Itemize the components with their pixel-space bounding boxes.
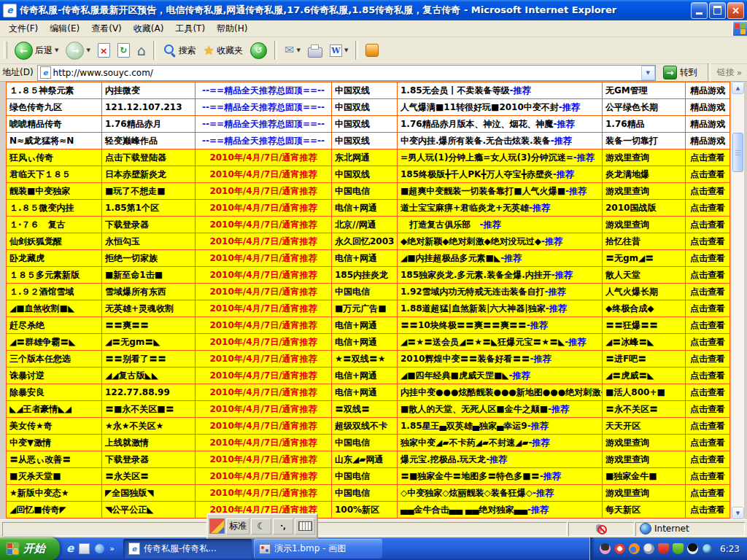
tray-security-red-icon[interactable] xyxy=(658,543,669,554)
menu-help[interactable]: 帮助(H) xyxy=(211,20,253,37)
cell-feature[interactable]: 1.92雪域内功无特戒无连击装备自打-推荐 xyxy=(398,284,603,300)
ime-fullhalf-button[interactable]: ☾ xyxy=(251,518,271,534)
cell-feature[interactable]: 185独家炎龙.多元素.装备全爆.内挂开-推荐 xyxy=(398,267,603,284)
search-button[interactable]: 搜索 xyxy=(160,42,199,58)
recommend-link[interactable]: -推荐 xyxy=(554,119,575,129)
cell-feature[interactable]: 中变内挂.爆所有装备.无合击炫装.装备-推荐 xyxy=(398,133,603,149)
cell-name[interactable]: 〓从恶ぃ改善〓 xyxy=(7,451,102,468)
close-button[interactable]: × xyxy=(727,2,744,19)
recommend-link[interactable]: -推荐 xyxy=(559,102,580,112)
cell-name[interactable]: ◢■血煞收割■◣ xyxy=(7,300,102,317)
recommend-link[interactable]: -推荐 xyxy=(545,287,566,297)
menu-view[interactable]: 查看(V) xyxy=(85,20,128,37)
scroll-down-button[interactable]: ▼ xyxy=(732,507,744,519)
cell-name[interactable]: ■灭杀天堂■ xyxy=(7,468,102,485)
print-button[interactable] xyxy=(305,42,325,59)
cell-view[interactable]: 点击查看 xyxy=(686,384,730,401)
tray-qq-icon[interactable] xyxy=(687,543,698,554)
cell-feature[interactable]: =男人玩(1)分钟上瘾=女人玩(3)分钟沉迷=-推荐 xyxy=(398,149,603,166)
taskbar-task-paint[interactable]: 演示1.bmp - 画图 xyxy=(254,539,382,559)
cell-feature[interactable]: 独家中变◢▰不卡药◢▰不封速◢▰-推荐 xyxy=(398,435,603,451)
cell-name[interactable]: 美女传★奇 xyxy=(7,418,102,435)
cell-view[interactable]: 点击查看 xyxy=(686,485,730,502)
recommend-link[interactable]: -推荐 xyxy=(500,253,522,263)
links-label[interactable]: 链接 » xyxy=(717,66,745,79)
cell-feature[interactable]: ◢〓★〓送会员◢〓★〓◣狂爆元宝〓★〓◣-推荐 xyxy=(398,334,603,351)
scroll-up-button[interactable]: ▲ xyxy=(732,82,744,94)
recommend-link[interactable]: -推荐 xyxy=(527,505,549,515)
cell-feature[interactable]: ▄▄金牛合击▄▄ ▄▄绝对独家▄▄-推荐 xyxy=(398,502,603,518)
cell-feature[interactable]: 爆元宝.挖极品.玩天龙-推荐 xyxy=(398,451,603,468)
cell-view[interactable]: 点击查看 xyxy=(686,401,730,418)
cell-view[interactable]: 点击查看 xyxy=(686,250,730,267)
cell-name[interactable]: ◣◢王者豪情◣◢ xyxy=(7,401,102,418)
tray-qq-pink-icon[interactable] xyxy=(600,543,611,554)
cell-view[interactable]: 精品游戏 xyxy=(686,82,730,99)
cell-feature[interactable]: ◆绝对新颖◆绝对刺激◆绝对没玩过◆-推荐 xyxy=(398,233,603,250)
cell-name[interactable]: 绿色传奇九区 xyxy=(7,99,102,116)
recommend-link[interactable]: -推荐 xyxy=(480,219,501,230)
recommend-link[interactable]: -推荐 xyxy=(551,270,573,280)
stop-button[interactable]: × xyxy=(95,42,113,59)
cell-name[interactable]: ★新版中变态★ xyxy=(7,485,102,502)
recommend-link[interactable]: -推荐 xyxy=(527,320,548,330)
ime-logo-icon[interactable] xyxy=(209,518,225,534)
cell-feature[interactable]: ■超爽中变靓装一切装备靠打■人气火爆■-推荐 xyxy=(398,183,603,200)
cell-name[interactable]: 诛暴讨逆 xyxy=(7,368,102,384)
home-button[interactable]: ⌂ xyxy=(134,42,149,59)
minimize-button[interactable] xyxy=(691,2,708,19)
cell-name[interactable]: 除暴安良 xyxy=(7,384,102,401)
ime-softkeyboard-button[interactable] xyxy=(295,518,315,534)
cell-view[interactable]: 点击查看 xyxy=(686,451,730,468)
cell-view[interactable]: 点击查看 xyxy=(686,166,730,183)
scrollbar-thumb[interactable] xyxy=(732,133,743,172)
start-button[interactable]: 开始 xyxy=(0,537,60,560)
cell-view[interactable]: 点击查看 xyxy=(686,200,730,217)
cell-name[interactable]: １８５多元素新版 xyxy=(7,267,102,284)
cell-feature[interactable]: 185终极版╋千人PK╋万人夺宝╋赤壁炎-推荐 xyxy=(398,166,603,183)
recommend-link[interactable]: -推荐 xyxy=(486,454,507,464)
cell-name[interactable]: 仙剑妖狐觉醒 xyxy=(7,233,102,250)
cell-name[interactable]: 赶尽杀绝 xyxy=(7,317,102,334)
cell-name[interactable]: ◢回忆■传奇◤ xyxy=(7,502,102,518)
menu-tools[interactable]: 工具(T) xyxy=(169,20,211,37)
favorites-button[interactable]: ★ 收藏夹 xyxy=(201,43,246,58)
tray-security-green-icon[interactable] xyxy=(673,543,684,554)
cell-view[interactable]: 点击查看 xyxy=(686,334,730,351)
cell-view[interactable]: 点击查看 xyxy=(686,183,730,200)
cell-view[interactable]: 点击查看 xyxy=(686,351,730,368)
vertical-scrollbar[interactable]: ▲ ▼ xyxy=(731,82,744,519)
cell-name[interactable]: 三个版本任您选 xyxy=(7,351,102,368)
toolbar-grip[interactable] xyxy=(4,42,7,59)
cell-view[interactable]: 点击查看 xyxy=(686,300,730,317)
mail-dropdown-icon[interactable]: ▼ xyxy=(297,47,301,53)
cell-feature[interactable]: 1.76精品赤月版本、神泣、烟花、神魔-推荐 xyxy=(398,116,603,133)
recommend-link[interactable]: -推荐 xyxy=(510,85,531,96)
cell-name[interactable]: 唬唬精品传奇 xyxy=(7,116,102,133)
cell-feature[interactable]: 〓〓10块终极〓〓爽〓〓爽〓〓-推荐 xyxy=(398,317,603,334)
refresh-button[interactable]: ↻ xyxy=(115,42,133,59)
ime-mode-button[interactable]: 标准 xyxy=(226,518,249,534)
cell-feature[interactable]: 1.85无会员丨不卖装备等级-推荐 xyxy=(398,82,603,99)
quicklaunch-msn-icon[interactable] xyxy=(95,544,104,553)
address-field[interactable]: e ▼ xyxy=(37,65,656,81)
cell-view[interactable]: 点击查看 xyxy=(686,468,730,485)
cell-name[interactable]: N≈威龙猛将≈N xyxy=(7,133,102,149)
menu-favorites[interactable]: 收藏(A) xyxy=(128,20,170,37)
recommend-link[interactable]: -推荐 xyxy=(533,488,554,498)
back-dropdown-icon[interactable]: ▼ xyxy=(55,47,58,53)
recommend-link[interactable]: -推荐 xyxy=(541,236,562,246)
cell-feature[interactable]: ■散人的天堂、无死人区■金牛之颠■-推荐 xyxy=(398,401,603,418)
cell-view[interactable]: 点击查看 xyxy=(686,502,730,518)
edit-word-button[interactable]: W ▼ xyxy=(327,43,351,58)
taskbar-task-ie[interactable]: e 传奇私服-传奇私... xyxy=(123,539,252,559)
cell-name[interactable]: １.９２酒馆雪域 xyxy=(7,284,102,300)
cell-view[interactable]: 精品游戏 xyxy=(686,99,730,116)
restore-button[interactable] xyxy=(709,2,726,19)
cell-view[interactable]: 点击查看 xyxy=(686,418,730,435)
cell-view[interactable]: 精品游戏 xyxy=(686,116,730,133)
cell-feature[interactable]: 2010辉煌中变〓〓装备好看〓〓-推荐 xyxy=(398,351,603,368)
history-button[interactable]: ↺ xyxy=(247,41,270,61)
tray-camera-icon[interactable] xyxy=(702,543,713,554)
cell-feature[interactable]: 道士宝宝麻痹+君临炎龙+无英雄-推荐 xyxy=(398,200,603,217)
